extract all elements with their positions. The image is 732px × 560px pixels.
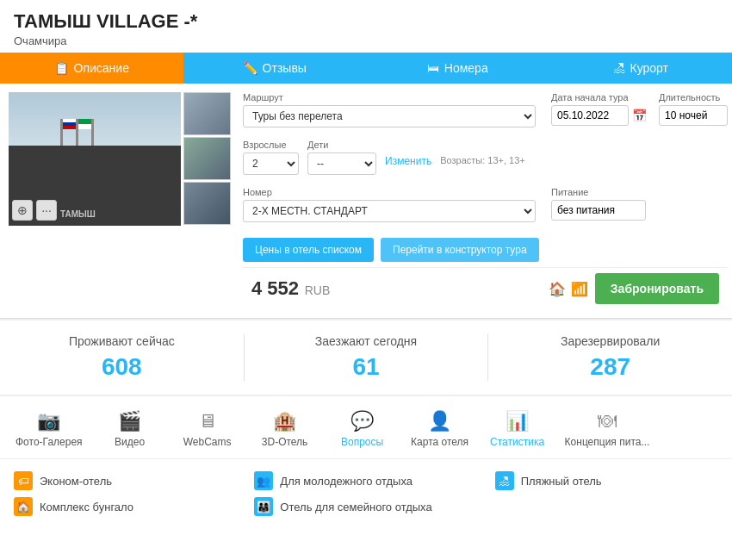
nutrition-group: Питание xyxy=(551,187,646,221)
feature-economy-label: Эконом-отель xyxy=(40,475,112,488)
constructor-button[interactable]: Перейти в конструктор тура xyxy=(381,238,539,262)
duration-group: Длительность xyxy=(659,92,728,126)
nav-webcams-label: WebCams xyxy=(183,436,232,448)
price-row: 4 552 RUB 🏠 📶 Забронировать xyxy=(243,267,728,309)
right-panel: 🏠 📶 Забронировать xyxy=(549,273,719,304)
nav-map[interactable]: 👤 Карта отеля xyxy=(401,407,479,451)
resort-icon: 🏖 xyxy=(613,61,625,75)
nav-nutrition-label: Концепция пита... xyxy=(565,436,650,448)
nav-gallery[interactable]: 📷 Фото-Галерея xyxy=(7,407,91,451)
room-select[interactable]: 2-Х МЕСТН. СТАНДАРТ xyxy=(243,200,536,222)
hotel-subtitle: Очамчира xyxy=(14,34,718,47)
price-value: 4 552 xyxy=(251,277,299,299)
date-input-group: 📅 xyxy=(551,105,647,126)
3d-icon: 🏨 xyxy=(273,410,296,432)
date-group: Дата начала тура 📅 xyxy=(551,92,647,126)
economy-icon: 🏷 xyxy=(14,471,33,490)
date-label: Дата начала тура xyxy=(551,92,647,103)
feature-bungalow: 🏠 Комплекс бунгало xyxy=(14,497,237,516)
feature-beach-label: Пляжный отель xyxy=(521,475,602,488)
tab-rooms[interactable]: 🛏 Номера xyxy=(366,53,549,84)
form-row-2: Взрослые 2 Дети -- Изменить Возрасты: 13… xyxy=(243,140,728,175)
youth-icon: 👥 xyxy=(254,471,273,490)
gallery-icon: 📷 xyxy=(37,410,60,432)
stat-reserved-value: 287 xyxy=(488,353,732,381)
nav-questions[interactable]: 💬 Вопросы xyxy=(324,407,401,451)
bungalow-icon: 🏠 xyxy=(14,497,33,516)
book-button[interactable]: Забронировать xyxy=(595,273,719,304)
nav-stats[interactable]: 📊 Статистика xyxy=(479,407,556,451)
thumb-2[interactable] xyxy=(183,137,231,180)
form-row-1: Маршрут Туры без перелета Дата начала ту… xyxy=(243,92,728,128)
stat-checkin: Заезжают сегодня 61 xyxy=(245,334,489,381)
children-select[interactable]: -- xyxy=(307,152,376,175)
family-icon: 👨‍👩‍👧 xyxy=(254,497,273,516)
room-group: Номер 2-Х МЕСТН. СТАНДАРТ xyxy=(243,187,536,222)
ages-text: Возрасты: 13+, 13+ xyxy=(440,155,525,165)
thumb-1[interactable] xyxy=(183,92,231,135)
nav-video[interactable]: 🎬 Видео xyxy=(91,407,169,451)
route-label: Маршрут xyxy=(243,92,536,103)
reviews-icon: ✏️ xyxy=(243,61,257,75)
nav-3d[interactable]: 🏨 3D-Отель xyxy=(246,407,324,451)
video-icon: 🎬 xyxy=(118,410,141,432)
nutrition-label: Питание xyxy=(551,187,646,197)
image-overlay-buttons: ⊕ ··· xyxy=(12,200,57,221)
feature-youth-label: Для молодежного отдыха xyxy=(280,475,413,488)
nutrition-input[interactable] xyxy=(551,200,646,221)
stat-checkin-label: Заезжают сегодня xyxy=(245,334,488,348)
nav-gallery-label: Фото-Галерея xyxy=(16,436,83,448)
stat-staying: Проживают сейчас 608 xyxy=(0,334,245,381)
nutrition-icon: 🍽 xyxy=(598,410,617,432)
feature-family: 👨‍👩‍👧 Отель для семейного отдыха xyxy=(254,497,477,516)
questions-icon: 💬 xyxy=(350,410,374,432)
description-icon: 📋 xyxy=(54,61,69,75)
stats-icon: 📊 xyxy=(506,410,529,432)
duration-label: Длительность xyxy=(659,92,728,103)
feature-beach: 🏖 Пляжный отель xyxy=(495,471,718,490)
feature-family-label: Отель для семейного отдыха xyxy=(280,501,431,513)
bottom-nav: 📷 Фото-Галерея 🎬 Видео 🖥 WebCams 🏨 3D-От… xyxy=(0,396,732,459)
webcam-icon: 🖥 xyxy=(198,410,217,432)
stat-staying-label: Проживают сейчас xyxy=(0,334,244,348)
home-icon: 🏠 xyxy=(549,281,566,297)
children-group: Дети -- xyxy=(307,140,376,175)
features-section: 🏷 Эконом-отель 👥 Для молодежного отдыха … xyxy=(0,459,732,528)
route-select[interactable]: Туры без перелета xyxy=(243,105,536,128)
nav-questions-label: Вопросы xyxy=(341,436,383,448)
thumb-3[interactable] xyxy=(183,182,231,225)
nav-3d-label: 3D-Отель xyxy=(262,436,308,448)
calendar-icon[interactable]: 📅 xyxy=(632,109,647,122)
hotel-header: ТАМЫШ VILLAGE -* Очамчира xyxy=(0,0,732,53)
nav-stats-label: Статистика xyxy=(490,436,544,448)
stat-reserved: Зарезервировали 287 xyxy=(488,334,732,381)
hotel-title: ТАМЫШ VILLAGE -* xyxy=(14,10,718,33)
amenity-icons: 🏠 📶 xyxy=(549,281,588,297)
date-input[interactable] xyxy=(551,105,629,126)
tab-description[interactable]: 📋 Описание xyxy=(0,53,183,84)
tab-resort[interactable]: 🏖 Курорт xyxy=(549,53,733,84)
stat-reserved-label: Зарезервировали xyxy=(488,334,732,348)
list-prices-button[interactable]: Цены в отель списком xyxy=(243,238,374,262)
feature-bungalow-label: Комплекс бунгало xyxy=(40,501,133,513)
nav-nutrition[interactable]: 🍽 Концепция пита... xyxy=(556,407,659,451)
adults-select[interactable]: 2 xyxy=(243,152,299,175)
hotel-image-area: ТАМЫШ ⊕ ··· xyxy=(9,92,233,309)
more-button[interactable]: ··· xyxy=(36,200,57,221)
stat-checkin-value: 61 xyxy=(245,353,488,381)
map-icon: 👤 xyxy=(428,410,451,432)
duration-input[interactable] xyxy=(659,105,728,126)
price-currency: RUB xyxy=(305,283,331,297)
adults-label: Взрослые xyxy=(243,140,299,150)
change-link[interactable]: Изменить xyxy=(385,155,431,167)
feature-economy: 🏷 Эконом-отель xyxy=(14,471,237,490)
main-content: ТАМЫШ ⊕ ··· Маршрут xyxy=(0,84,732,319)
zoom-button[interactable]: ⊕ xyxy=(12,200,33,221)
nav-webcams[interactable]: 🖥 WebCams xyxy=(169,407,246,451)
action-buttons: Цены в отель списком Перейти в конструкт… xyxy=(243,238,728,262)
feature-youth: 👥 Для молодежного отдыха xyxy=(254,471,477,490)
stats-row: Проживают сейчас 608 Заезжают сегодня 61… xyxy=(0,319,732,396)
tab-reviews[interactable]: ✏️ Отзывы xyxy=(183,53,367,84)
room-label: Номер xyxy=(243,187,536,197)
nav-video-label: Видео xyxy=(115,436,145,448)
